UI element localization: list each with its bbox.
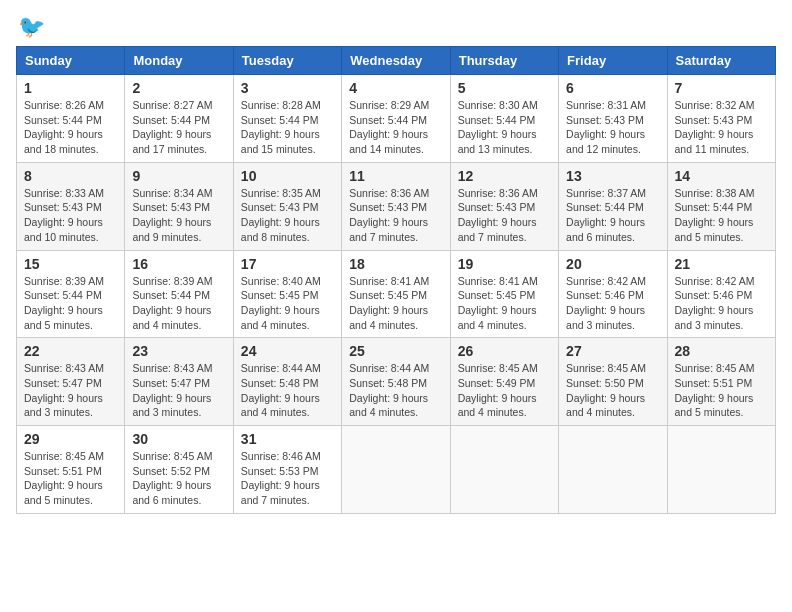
day-number: 25 [349,343,442,359]
day-info: Sunrise: 8:40 AMSunset: 5:45 PMDaylight:… [241,274,334,333]
day-number: 29 [24,431,117,447]
day-info: Sunrise: 8:44 AMSunset: 5:48 PMDaylight:… [349,361,442,420]
day-info: Sunrise: 8:27 AMSunset: 5:44 PMDaylight:… [132,98,225,157]
day-number: 1 [24,80,117,96]
day-number: 6 [566,80,659,96]
day-number: 14 [675,168,768,184]
day-info: Sunrise: 8:31 AMSunset: 5:43 PMDaylight:… [566,98,659,157]
day-number: 13 [566,168,659,184]
calendar-cell: 8Sunrise: 8:33 AMSunset: 5:43 PMDaylight… [17,162,125,250]
calendar-cell: 15Sunrise: 8:39 AMSunset: 5:44 PMDayligh… [17,250,125,338]
day-number: 17 [241,256,334,272]
day-number: 7 [675,80,768,96]
day-info: Sunrise: 8:26 AMSunset: 5:44 PMDaylight:… [24,98,117,157]
day-info: Sunrise: 8:28 AMSunset: 5:44 PMDaylight:… [241,98,334,157]
day-number: 19 [458,256,551,272]
day-number: 16 [132,256,225,272]
day-number: 11 [349,168,442,184]
calendar-header-row: SundayMondayTuesdayWednesdayThursdayFrid… [17,47,776,75]
weekday-header: Friday [559,47,667,75]
day-number: 8 [24,168,117,184]
calendar-cell [450,426,558,514]
logo-bird-icon: 🐦 [18,16,45,38]
calendar-cell: 12Sunrise: 8:36 AMSunset: 5:43 PMDayligh… [450,162,558,250]
day-number: 22 [24,343,117,359]
day-info: Sunrise: 8:30 AMSunset: 5:44 PMDaylight:… [458,98,551,157]
day-info: Sunrise: 8:41 AMSunset: 5:45 PMDaylight:… [458,274,551,333]
day-number: 31 [241,431,334,447]
weekday-header: Sunday [17,47,125,75]
day-info: Sunrise: 8:42 AMSunset: 5:46 PMDaylight:… [675,274,768,333]
calendar-table: SundayMondayTuesdayWednesdayThursdayFrid… [16,46,776,514]
day-number: 20 [566,256,659,272]
calendar-cell: 29Sunrise: 8:45 AMSunset: 5:51 PMDayligh… [17,426,125,514]
day-info: Sunrise: 8:36 AMSunset: 5:43 PMDaylight:… [458,186,551,245]
weekday-header: Tuesday [233,47,341,75]
day-info: Sunrise: 8:45 AMSunset: 5:50 PMDaylight:… [566,361,659,420]
day-number: 4 [349,80,442,96]
calendar-cell: 25Sunrise: 8:44 AMSunset: 5:48 PMDayligh… [342,338,450,426]
day-number: 2 [132,80,225,96]
day-info: Sunrise: 8:46 AMSunset: 5:53 PMDaylight:… [241,449,334,508]
calendar-cell: 31Sunrise: 8:46 AMSunset: 5:53 PMDayligh… [233,426,341,514]
calendar-cell: 11Sunrise: 8:36 AMSunset: 5:43 PMDayligh… [342,162,450,250]
day-number: 26 [458,343,551,359]
calendar-cell: 3Sunrise: 8:28 AMSunset: 5:44 PMDaylight… [233,75,341,163]
calendar-cell: 18Sunrise: 8:41 AMSunset: 5:45 PMDayligh… [342,250,450,338]
calendar-cell: 1Sunrise: 8:26 AMSunset: 5:44 PMDaylight… [17,75,125,163]
day-info: Sunrise: 8:43 AMSunset: 5:47 PMDaylight:… [24,361,117,420]
calendar-cell: 21Sunrise: 8:42 AMSunset: 5:46 PMDayligh… [667,250,775,338]
calendar-week-row: 8Sunrise: 8:33 AMSunset: 5:43 PMDaylight… [17,162,776,250]
calendar-cell: 24Sunrise: 8:44 AMSunset: 5:48 PMDayligh… [233,338,341,426]
day-info: Sunrise: 8:37 AMSunset: 5:44 PMDaylight:… [566,186,659,245]
day-number: 28 [675,343,768,359]
day-number: 30 [132,431,225,447]
calendar-cell: 20Sunrise: 8:42 AMSunset: 5:46 PMDayligh… [559,250,667,338]
calendar-cell [342,426,450,514]
weekday-header: Saturday [667,47,775,75]
day-number: 21 [675,256,768,272]
day-info: Sunrise: 8:36 AMSunset: 5:43 PMDaylight:… [349,186,442,245]
calendar-cell: 22Sunrise: 8:43 AMSunset: 5:47 PMDayligh… [17,338,125,426]
calendar-cell: 7Sunrise: 8:32 AMSunset: 5:43 PMDaylight… [667,75,775,163]
day-info: Sunrise: 8:41 AMSunset: 5:45 PMDaylight:… [349,274,442,333]
weekday-header: Monday [125,47,233,75]
day-number: 15 [24,256,117,272]
calendar-cell: 10Sunrise: 8:35 AMSunset: 5:43 PMDayligh… [233,162,341,250]
calendar-cell: 26Sunrise: 8:45 AMSunset: 5:49 PMDayligh… [450,338,558,426]
calendar-cell: 19Sunrise: 8:41 AMSunset: 5:45 PMDayligh… [450,250,558,338]
day-info: Sunrise: 8:45 AMSunset: 5:52 PMDaylight:… [132,449,225,508]
day-number: 5 [458,80,551,96]
calendar-cell [559,426,667,514]
calendar-cell [667,426,775,514]
day-number: 9 [132,168,225,184]
calendar-cell: 16Sunrise: 8:39 AMSunset: 5:44 PMDayligh… [125,250,233,338]
day-info: Sunrise: 8:33 AMSunset: 5:43 PMDaylight:… [24,186,117,245]
day-info: Sunrise: 8:38 AMSunset: 5:44 PMDaylight:… [675,186,768,245]
day-info: Sunrise: 8:32 AMSunset: 5:43 PMDaylight:… [675,98,768,157]
day-number: 10 [241,168,334,184]
day-info: Sunrise: 8:29 AMSunset: 5:44 PMDaylight:… [349,98,442,157]
day-number: 27 [566,343,659,359]
day-info: Sunrise: 8:39 AMSunset: 5:44 PMDaylight:… [132,274,225,333]
day-number: 3 [241,80,334,96]
calendar-cell: 13Sunrise: 8:37 AMSunset: 5:44 PMDayligh… [559,162,667,250]
day-info: Sunrise: 8:42 AMSunset: 5:46 PMDaylight:… [566,274,659,333]
calendar-cell: 2Sunrise: 8:27 AMSunset: 5:44 PMDaylight… [125,75,233,163]
day-info: Sunrise: 8:34 AMSunset: 5:43 PMDaylight:… [132,186,225,245]
calendar-cell: 30Sunrise: 8:45 AMSunset: 5:52 PMDayligh… [125,426,233,514]
day-info: Sunrise: 8:44 AMSunset: 5:48 PMDaylight:… [241,361,334,420]
calendar-cell: 4Sunrise: 8:29 AMSunset: 5:44 PMDaylight… [342,75,450,163]
day-info: Sunrise: 8:45 AMSunset: 5:49 PMDaylight:… [458,361,551,420]
day-info: Sunrise: 8:35 AMSunset: 5:43 PMDaylight:… [241,186,334,245]
page-header: 🐦 [16,16,776,38]
day-info: Sunrise: 8:45 AMSunset: 5:51 PMDaylight:… [24,449,117,508]
calendar-cell: 5Sunrise: 8:30 AMSunset: 5:44 PMDaylight… [450,75,558,163]
calendar-week-row: 22Sunrise: 8:43 AMSunset: 5:47 PMDayligh… [17,338,776,426]
day-number: 12 [458,168,551,184]
calendar-cell: 6Sunrise: 8:31 AMSunset: 5:43 PMDaylight… [559,75,667,163]
calendar-cell: 14Sunrise: 8:38 AMSunset: 5:44 PMDayligh… [667,162,775,250]
day-info: Sunrise: 8:45 AMSunset: 5:51 PMDaylight:… [675,361,768,420]
calendar-cell: 28Sunrise: 8:45 AMSunset: 5:51 PMDayligh… [667,338,775,426]
calendar-cell: 17Sunrise: 8:40 AMSunset: 5:45 PMDayligh… [233,250,341,338]
